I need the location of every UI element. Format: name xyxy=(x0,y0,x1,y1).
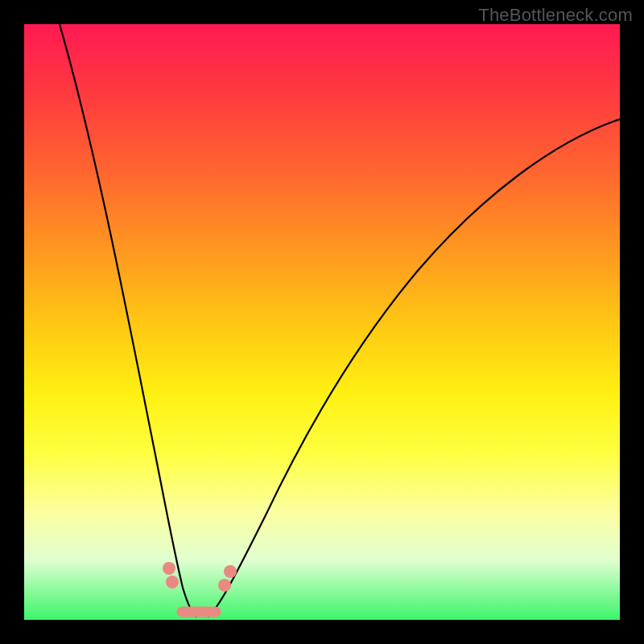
chart-svg xyxy=(24,24,620,620)
marker-dot-left-lower xyxy=(166,576,179,588)
marker-dot-right-lower xyxy=(218,579,231,592)
marker-dot-right-upper xyxy=(224,565,237,578)
marker-dot-left-upper xyxy=(163,562,175,575)
curve-left-branch xyxy=(60,24,196,617)
watermark-text: TheBottleneck.com xyxy=(478,5,633,26)
chart-plot-area xyxy=(24,24,620,620)
curve-right-branch xyxy=(208,119,620,617)
